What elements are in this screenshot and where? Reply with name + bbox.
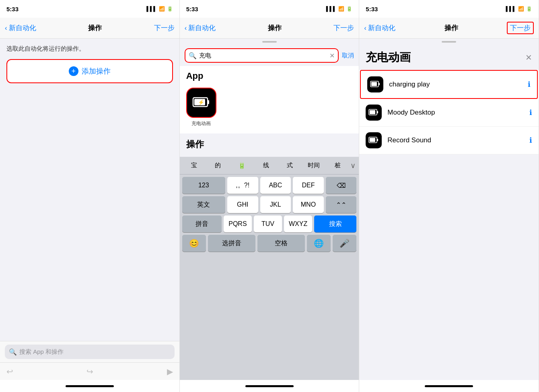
suggestion-bao[interactable]: 宝 xyxy=(183,162,206,169)
status-icons-2: ▌▌▌ 📶 🔋 xyxy=(326,6,353,12)
result-item-moody[interactable]: Moody Desktop ℹ xyxy=(359,99,539,127)
close-button[interactable]: ✕ xyxy=(525,53,532,62)
nav-bar-2: ‹ 新自动化 操作 下一步 xyxy=(180,18,359,39)
wifi-icon-3: 📶 xyxy=(518,6,524,12)
key-123[interactable]: 123 xyxy=(182,177,225,194)
app-grid: ⚡ 充电动画 xyxy=(180,84,359,133)
bottom-search-bar: 🔍 搜索 App 和操作 xyxy=(0,341,179,362)
key-caps[interactable]: ⌃⌃ xyxy=(326,196,357,213)
signal-icon-2: ▌▌▌ xyxy=(326,6,337,12)
suggestion-xian[interactable]: 线 xyxy=(255,162,277,169)
key-emoji[interactable]: 😊 xyxy=(182,235,206,252)
search-box[interactable]: 🔍 ✕ xyxy=(185,48,339,63)
panel-2: 5:33 ▌▌▌ 📶 🔋 ‹ 新自动化 操作 下一步 🔍 ✕ 取消 xyxy=(180,0,360,392)
add-action-button[interactable]: + 添加操作 xyxy=(6,59,173,83)
key-tuv[interactable]: TUV xyxy=(254,215,282,232)
key-pinyin[interactable]: 拼音 xyxy=(182,215,222,232)
svg-rect-9 xyxy=(370,110,375,114)
result-name-record-sound: Record Sound xyxy=(387,136,524,144)
next-button-1[interactable]: 下一步 xyxy=(154,23,175,33)
clear-button[interactable]: ✕ xyxy=(329,52,335,60)
scroll-indicator-3 xyxy=(359,39,539,45)
keyboard-area: 宝 的 🔋 线 式 时间 桩 ∨ 123 ,。?! ABC DEF ⌫ xyxy=(180,157,359,380)
nav-title-1: 操作 xyxy=(88,23,102,33)
key-ghi[interactable]: GHI xyxy=(227,196,258,213)
panel3-content: 充电动画 ✕ charging play ℹ xyxy=(359,39,539,380)
suggestion-time[interactable]: 时间 xyxy=(302,162,325,169)
key-mno[interactable]: MNO xyxy=(293,196,324,213)
svg-rect-1 xyxy=(208,100,209,104)
svg-rect-8 xyxy=(377,111,378,113)
battery-svg-icon: ⚡ xyxy=(191,93,211,113)
wifi-icon-2: 📶 xyxy=(338,6,344,12)
signal-icon-3: ▌▌▌ xyxy=(506,6,516,12)
suggestion-zhuang[interactable]: 桩 xyxy=(327,162,349,169)
key-english[interactable]: 英文 xyxy=(182,196,225,213)
kb-row-4: 😊 选拼音 空格 🌐 🎤 xyxy=(182,235,357,252)
key-search[interactable]: 搜索 xyxy=(314,215,356,232)
battery-icon-3: 🔋 xyxy=(526,6,532,12)
info-icon-record-sound[interactable]: ℹ xyxy=(529,136,532,145)
status-bar-3: 5:33 ▌▌▌ 📶 🔋 xyxy=(359,0,539,18)
key-pqrs[interactable]: PQRS xyxy=(224,215,252,232)
suggestion-battery[interactable]: 🔋 xyxy=(231,162,253,169)
key-select-pinyin[interactable]: 选拼音 xyxy=(208,235,255,252)
back-button-1[interactable]: ‹ 新自动化 xyxy=(5,23,36,33)
arrow-right-icon: ▶ xyxy=(167,367,173,376)
scroll-pill-3 xyxy=(442,41,456,43)
search-placeholder: 搜索 App 和操作 xyxy=(19,348,64,356)
key-jkl[interactable]: JKL xyxy=(260,196,291,213)
status-icons-3: ▌▌▌ 📶 🔋 xyxy=(506,6,533,12)
key-mic[interactable]: 🎤 xyxy=(333,235,356,252)
time-2: 5:33 xyxy=(186,6,198,12)
result-item-record-sound[interactable]: Record Sound ℹ xyxy=(359,127,539,154)
actions-section: 操作 xyxy=(180,133,359,157)
status-bar-2: 5:33 ▌▌▌ 📶 🔋 xyxy=(180,0,359,18)
search-area: 🔍 ✕ 取消 xyxy=(180,45,359,66)
next-button-3[interactable]: 下一步 xyxy=(507,22,534,34)
panel-3: 5:33 ▌▌▌ 📶 🔋 ‹ 新自动化 操作 下一步 充电动画 ✕ xyxy=(359,0,539,392)
expand-suggestions-icon[interactable]: ∨ xyxy=(350,161,356,170)
home-bar-1 xyxy=(66,385,114,387)
next-button-2[interactable]: 下一步 xyxy=(333,23,354,33)
battery-icon-2: 🔋 xyxy=(346,6,352,12)
globe-icon: 🌐 xyxy=(314,238,324,248)
back-button-3[interactable]: ‹ 新自动化 xyxy=(364,23,395,33)
key-space[interactable]: 空格 xyxy=(257,235,305,252)
info-icon-moody[interactable]: ℹ xyxy=(529,108,532,117)
cancel-button[interactable]: 取消 xyxy=(342,52,354,60)
svg-text:⚡: ⚡ xyxy=(198,99,205,106)
svg-rect-11 xyxy=(377,139,378,141)
app-item-charging[interactable]: ⚡ 充电动画 xyxy=(186,88,216,127)
keyboard-suggestions: 宝 的 🔋 线 式 时间 桩 ∨ xyxy=(180,157,359,174)
key-punctuation[interactable]: ,。?! xyxy=(227,177,258,194)
signal-icon: ▌▌▌ xyxy=(146,6,157,12)
kb-row-1: 123 ,。?! ABC DEF ⌫ xyxy=(182,177,357,194)
panel1-content: 选取此自动化将运行的操作。 + 添加操作 xyxy=(0,39,179,341)
search-input-1[interactable]: 🔍 搜索 App 和操作 xyxy=(5,345,175,359)
nav-bar-1: ‹ 新自动化 操作 下一步 xyxy=(0,18,179,39)
result-icon-moody xyxy=(366,105,382,121)
moody-icon xyxy=(368,107,379,118)
redo-button[interactable]: ↪ xyxy=(86,367,93,376)
key-abc[interactable]: ABC xyxy=(260,177,291,194)
key-def[interactable]: DEF xyxy=(293,177,324,194)
result-item-charging-play[interactable]: charging play ℹ xyxy=(360,70,538,99)
undo-button[interactable]: ↩ xyxy=(6,367,13,376)
panel-1: 5:33 ▌▌▌ 📶 🔋 ‹ 新自动化 操作 下一步 选取此自动化将运行的操作。… xyxy=(0,0,180,392)
key-wxyz[interactable]: WXYZ xyxy=(284,215,312,232)
back-button-2[interactable]: ‹ 新自动化 xyxy=(185,23,216,33)
search-input-2[interactable] xyxy=(199,52,327,59)
key-backspace[interactable]: ⌫ xyxy=(326,177,357,194)
info-icon-charging-play[interactable]: ℹ xyxy=(528,80,531,89)
instruction-text: 选取此自动化将运行的操作。 xyxy=(6,45,173,53)
suggestion-de[interactable]: 的 xyxy=(207,162,229,169)
suggestion-shi[interactable]: 式 xyxy=(279,162,301,169)
undo-redo-bar: ↩ ↪ ▶ xyxy=(0,362,179,380)
result-list: charging play ℹ Moody Desktop ℹ xyxy=(359,70,539,154)
mic-icon: 🎤 xyxy=(339,238,350,248)
scroll-pill xyxy=(262,41,277,43)
result-icon-record-sound xyxy=(366,132,382,148)
scroll-indicator xyxy=(180,39,359,45)
key-globe[interactable]: 🌐 xyxy=(307,235,331,252)
